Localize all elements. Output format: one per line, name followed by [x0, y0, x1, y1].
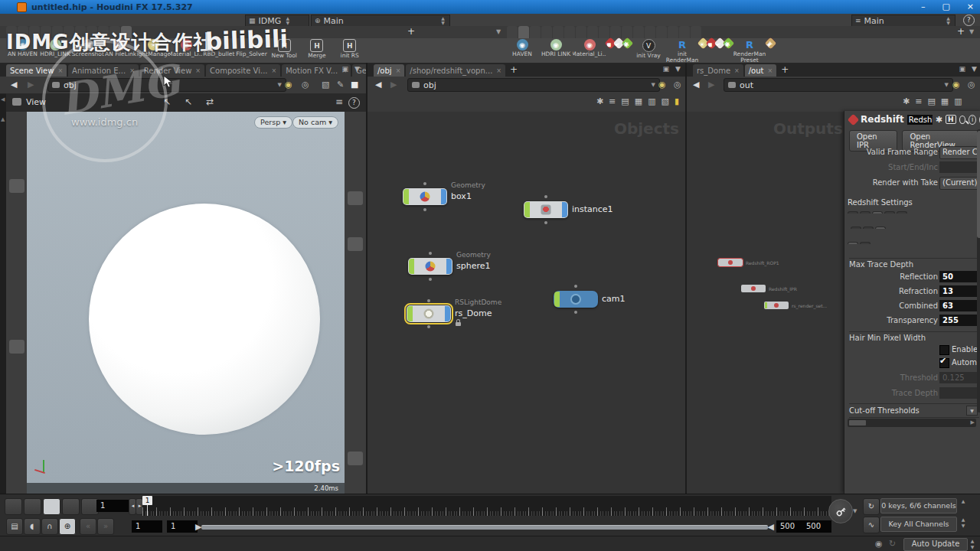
shelf-tab[interactable] — [98, 26, 109, 38]
range-start-field[interactable]: 1 — [132, 520, 162, 533]
viewport-tool-icon[interactable] — [348, 161, 363, 174]
desktop-selector[interactable]: ▦ IDMG ▲▼ — [245, 15, 309, 27]
viewport-tool-icon[interactable] — [348, 298, 363, 312]
display-options-icon[interactable]: ≡ — [335, 96, 343, 107]
nav-back-icon[interactable]: ◀ — [693, 80, 699, 90]
node-name-label[interactable]: box1 — [451, 191, 472, 201]
maximize-button[interactable]: ▢ — [942, 0, 949, 14]
tab-close-icon[interactable]: × — [496, 65, 501, 77]
viewport-tool-icon[interactable] — [9, 115, 24, 129]
pane-tab[interactable]: /shop/redshift_vopn... × — [406, 64, 505, 77]
param-tab[interactable] — [872, 211, 883, 214]
pane-tab[interactable]: Animation E... × — [68, 64, 139, 77]
link-target-icon[interactable]: ◎ — [674, 80, 681, 90]
param-tab[interactable] — [848, 242, 858, 244]
valid-frame-range-dropdown[interactable]: Render Curre — [939, 146, 980, 159]
sticky-note-icon[interactable]: ▮ — [675, 96, 679, 106]
prev-key-icon[interactable]: « — [80, 518, 96, 535]
tab-close-icon[interactable]: × — [129, 65, 135, 77]
pane-maximize-icon[interactable]: ▣ — [342, 65, 349, 73]
pane-gutter[interactable]: ◀ ▲ — [0, 63, 6, 494]
memory-icon[interactable]: ◉ — [875, 539, 883, 549]
range-end-field[interactable]: 500 — [776, 520, 805, 533]
viewport-tool-icon[interactable] — [348, 344, 363, 358]
close-button[interactable]: × — [967, 0, 974, 14]
param-tab[interactable] — [863, 227, 874, 229]
playhead-flag[interactable]: 1 — [142, 496, 152, 505]
shelf-tab[interactable] — [41, 26, 51, 38]
info-icon[interactable]: i — [969, 115, 976, 125]
pane-maximize-icon[interactable]: ▣ — [663, 65, 670, 73]
viewport-tool-icon[interactable] — [348, 421, 363, 435]
tab-close-icon[interactable]: × — [768, 65, 773, 77]
viewport-tool-icon[interactable] — [348, 375, 363, 389]
keys-info-bar[interactable]: 0 keys, 6/6 channels — [880, 498, 957, 514]
node-body[interactable] — [741, 285, 766, 292]
param-tab[interactable] — [848, 211, 858, 214]
node-body[interactable] — [403, 188, 447, 205]
param-tab[interactable] — [897, 211, 907, 214]
node-body[interactable] — [524, 201, 568, 218]
keyall-spinner[interactable]: ▲▼ — [959, 517, 968, 530]
node-input-dot[interactable] — [423, 182, 426, 185]
shelf-tab[interactable] — [668, 26, 678, 38]
lasso-mode-icon[interactable]: ↖ — [185, 96, 192, 107]
shelf-tool[interactable]: ◉ AN HAVEN — [6, 39, 39, 63]
tree-view-icon[interactable]: ≡ — [915, 96, 922, 106]
nav-forward-icon[interactable]: ▶ — [390, 80, 397, 90]
shelf-tab[interactable] — [87, 26, 97, 38]
shelf-tab[interactable] — [109, 26, 120, 38]
pane-arrow-icon[interactable]: ◀ — [1, 96, 5, 103]
pane-tab[interactable]: Scene View × — [6, 64, 67, 77]
shelf-tool[interactable]: ◉ HAVEN — [505, 39, 539, 63]
param-tab[interactable] — [884, 211, 895, 214]
pane-arrow-icon[interactable]: ▲ — [1, 116, 5, 122]
network-node[interactable]: RSLightDome rs_Dome — [407, 305, 451, 322]
shelf-tab[interactable] — [29, 26, 40, 38]
copy-keys-icon[interactable]: ▤ — [6, 518, 23, 535]
camera-pill[interactable]: No cam ▾ — [292, 116, 338, 129]
pane-tab[interactable]: Motion FX V... × — [282, 64, 351, 77]
range-start2-field[interactable]: 1 — [167, 520, 198, 533]
shelf-tab[interactable] — [75, 26, 86, 38]
shelf-tab[interactable] — [121, 26, 132, 38]
param-tab[interactable] — [851, 227, 861, 229]
shelf-tool[interactable]: ♜ RenderView — [765, 37, 777, 50]
shelf-tool[interactable]: V init Vray — [632, 39, 665, 63]
node-body[interactable] — [554, 291, 598, 308]
transport-button[interactable] — [5, 498, 22, 515]
frame-range-slider[interactable]: ▶ ◀ — [195, 522, 774, 532]
network-node[interactable]: Geometry sphere1 — [408, 258, 452, 275]
shelf-tool[interactable]: R init RenderMan — [665, 39, 699, 63]
path-dropdown-icon[interactable]: ▼ — [652, 82, 655, 88]
node-output-dot[interactable] — [423, 208, 426, 211]
collapse-icon[interactable]: ▼ — [966, 406, 978, 416]
grid-view-icon[interactable]: ▥ — [954, 96, 962, 106]
viewport-tool-icon[interactable] — [348, 268, 363, 282]
node-name-field[interactable]: Redshift1 — [907, 115, 933, 125]
shelf-tool[interactable]: H New Tool — [268, 39, 301, 63]
shelf-tab[interactable] — [645, 26, 655, 38]
node-name-label[interactable]: instance1 — [572, 204, 613, 214]
viewport-tool-icon[interactable] — [348, 452, 363, 465]
refresh-icon[interactable]: ↻ — [889, 539, 896, 549]
nav-forward-icon[interactable]: ▶ — [708, 80, 714, 90]
nav-back-icon[interactable]: ◀ — [11, 80, 17, 90]
checkbox[interactable] — [939, 345, 949, 355]
shelf-dropdown-icon[interactable]: ▼ — [969, 28, 974, 35]
gear-icon[interactable]: ✱ — [936, 115, 942, 125]
cube-icon[interactable]: ▧ — [322, 80, 329, 90]
shelf-tab[interactable] — [576, 26, 586, 38]
desktop-spinner[interactable]: ▲▼ — [284, 16, 291, 25]
pane-tab[interactable]: Render View × — [140, 64, 204, 77]
shelf-tab[interactable] — [633, 26, 644, 38]
viewport-tool-icon[interactable] — [348, 207, 363, 220]
next-key-icon[interactable]: » — [97, 518, 114, 535]
minimize-button[interactable]: – — [921, 0, 926, 14]
viewset-spinner[interactable]: ▲▼ — [439, 16, 446, 25]
shelf-tab[interactable] — [6, 26, 17, 38]
shelf-tab[interactable] — [64, 26, 74, 38]
shelf-tool[interactable]: H Merge — [301, 39, 334, 63]
shelf-tab[interactable] — [622, 26, 632, 38]
transport-button[interactable] — [62, 498, 80, 515]
